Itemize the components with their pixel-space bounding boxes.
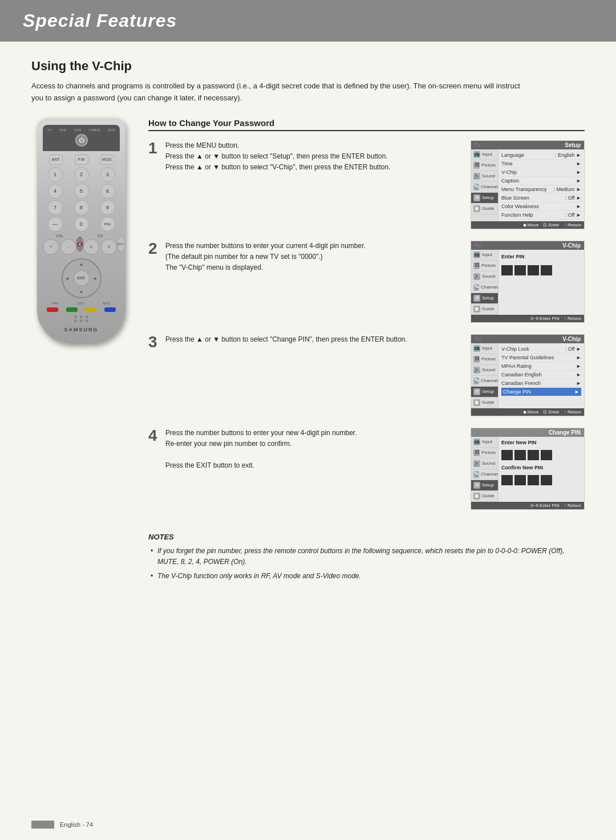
sidebar-input-2[interactable]: 📺Input <box>471 250 498 261</box>
btn-5[interactable]: 5 <box>74 184 89 198</box>
sidebar-input-1[interactable]: 📺Input <box>471 149 498 160</box>
menu-vchip: V-Chip► <box>501 168 581 177</box>
btn-2[interactable]: 2 <box>74 167 89 182</box>
btn-4[interactable]: 4 <box>48 184 63 198</box>
sidebar-input-3[interactable]: 📺Input <box>471 343 498 354</box>
sidebar-picture-2[interactable]: 🖼Picture <box>471 261 498 271</box>
ch-up-button[interactable]: ∧ <box>83 239 99 255</box>
mode-button[interactable]: MOD <box>100 155 114 165</box>
change-pin-screenshot: TV Change PIN 📺Input 🖼Picture 🔊Sound 📡Ch… <box>471 428 585 510</box>
remote-top: TV STB VCR CABLE DVD <box>43 125 120 151</box>
dpad: ▲ ▼ ◄ ► ENT <box>62 258 102 298</box>
antenna-button[interactable]: ANT <box>49 155 63 165</box>
sidebar-input-4[interactable]: 📺Input <box>471 437 498 448</box>
sidebar-channel-2[interactable]: 📡Channel <box>471 282 498 293</box>
yellow-button[interactable] <box>85 307 96 312</box>
sidebar-channel-1[interactable]: 📡Channel <box>471 182 498 193</box>
tv-label: TV <box>47 128 52 132</box>
new-pin-block-3 <box>528 450 539 460</box>
vchip-menu-footer: ◆ Move ⊡ Enter ↑ Return <box>471 408 584 416</box>
btn-dash[interactable]: — <box>48 217 63 232</box>
input-icon-4: 📺 <box>473 439 480 445</box>
dpad-up-icon[interactable]: ▲ <box>79 262 84 267</box>
step-3-left: 3 Press the ▲ or ▼ button to select "Cha… <box>148 334 461 350</box>
confirm-new-pin-label: Confirm New PIN <box>501 464 581 472</box>
channel-icon-3: 📡 <box>473 378 479 384</box>
step-2-screenshot: TV V-Chip 📺Input 🖼Picture 🔊Sound 📡Channe… <box>471 241 585 323</box>
sidebar-guide-3[interactable]: 📋Guide <box>471 397 498 408</box>
step-3-screenshot: TV V-Chip 📺Input 🖼Picture 🔊Sound 📡Channe… <box>471 334 585 416</box>
vchip-menu-items: V-Chip Lock: Off ► TV Parental Guideline… <box>499 343 584 408</box>
vol-up-button[interactable]: + <box>43 239 59 255</box>
channel-icon: 📡 <box>473 184 479 190</box>
indicator-dots <box>43 315 120 322</box>
intro-text: Access to channels and programs is contr… <box>31 80 533 104</box>
menu-bluescreen: Blue Screen: Off ► <box>501 194 581 202</box>
setup-icon: ⚙ <box>473 194 480 201</box>
dpad-right-icon[interactable]: ► <box>94 275 98 281</box>
btn-0[interactable]: 0 <box>74 217 89 232</box>
dpad-left-icon[interactable]: ◄ <box>65 275 70 281</box>
footer-pin-enter-4: 0~9 Enter PIN <box>530 503 559 508</box>
sidebar-picture-3[interactable]: 🖼Picture <box>471 354 498 365</box>
steps-container: How to Change Your Password 1 Press the … <box>148 118 585 586</box>
vcr-label: VCR <box>74 128 82 132</box>
step-2-block: 2 Press the number buttons to enter your… <box>148 241 585 323</box>
sidebar-sound-4[interactable]: 🔊Sound <box>471 458 498 469</box>
footer-enter: ⊡ Enter <box>543 222 559 228</box>
mute-button[interactable]: 🔇 <box>76 237 83 251</box>
sidebar-sound-1[interactable]: 🔊Sound <box>471 171 498 182</box>
sidebar-picture-1[interactable]: 🖼Picture <box>471 160 498 171</box>
sidebar-guide-4[interactable]: 📋Guide <box>471 491 498 502</box>
chlist-button[interactable]: LIST <box>77 302 84 305</box>
sidebar-sound-3[interactable]: 🔊Sound <box>471 365 498 376</box>
favch-button[interactable]: FAV <box>52 302 58 305</box>
menu-transparency: Menu Transparency: Medium ► <box>501 185 581 194</box>
step-1-screenshot: TV Setup 📺Input 🖼Picture 🔊Sound 📡Channel… <box>471 140 585 229</box>
green-button[interactable] <box>66 307 78 312</box>
guide-icon: 📋 <box>473 205 480 212</box>
pin-input-blocks <box>501 265 581 275</box>
vchip-pin-screenshot: TV V-Chip 📺Input 🖼Picture 🔊Sound 📡Channe… <box>471 241 585 323</box>
menu-caption: Caption► <box>501 177 581 185</box>
step-1-number: 1 <box>148 140 161 173</box>
remote-source-row: TV STB VCR CABLE DVD <box>47 128 115 132</box>
btn-prech[interactable]: PRE <box>100 217 115 232</box>
dpad-down-icon[interactable]: ▼ <box>79 290 84 295</box>
btn-6[interactable]: 6 <box>100 184 115 198</box>
ch-down-button[interactable]: ∨ <box>101 239 117 255</box>
btn-9[interactable]: 9 <box>100 200 115 215</box>
footer-return-3: ↑ Return <box>564 409 581 415</box>
sidebar-setup-3[interactable]: ⚙Setup <box>471 387 498 397</box>
enter-button[interactable]: ENT <box>74 270 90 286</box>
sidebar-sound-2[interactable]: 🔊Sound <box>471 271 498 282</box>
setup-menu-items: Language: English ► Time► V-Chip► Captio… <box>499 149 584 221</box>
sidebar-setup-4[interactable]: ⚙Setup <box>471 480 498 491</box>
menu-language: Language: English ► <box>501 151 581 160</box>
mts-button[interactable]: MTS <box>103 302 111 305</box>
cable-label: CABLE <box>89 128 100 132</box>
sidebar-picture-4[interactable]: 🖼Picture <box>471 448 498 458</box>
sidebar-guide-2[interactable]: 📋Guide <box>471 304 498 315</box>
source-button[interactable]: SRC <box>117 236 125 252</box>
ch-label: CH <box>97 234 103 238</box>
menu-change-pin[interactable]: Change PIN► <box>501 388 581 396</box>
change-pin-content: Enter New PIN Confirm New PIN <box>499 437 584 502</box>
sidebar-channel-3[interactable]: 📡Channel <box>471 376 498 387</box>
power-button[interactable] <box>75 134 88 147</box>
blue-button[interactable] <box>104 307 116 312</box>
vchip-menu-body: 📺Input 🖼Picture 🔊Sound 📡Channel ⚙Setup 📋… <box>471 343 584 408</box>
sidebar-setup-2[interactable]: ⚙Setup <box>471 293 498 304</box>
main-content: Using the V-Chip Access to channels and … <box>0 42 616 602</box>
btn-7[interactable]: 7 <box>48 200 63 215</box>
pmode-button[interactable]: P.M <box>75 155 88 165</box>
sidebar-guide-1[interactable]: 📋Guide <box>471 204 498 214</box>
btn-8[interactable]: 8 <box>74 200 89 215</box>
btn-1[interactable]: 1 <box>48 167 63 182</box>
sidebar-setup-1[interactable]: ⚙Setup <box>471 193 498 204</box>
page-footer: English - 74 <box>31 821 93 829</box>
red-button[interactable] <box>47 307 58 312</box>
sidebar-channel-4[interactable]: 📡Channel <box>471 469 498 480</box>
vol-down-button[interactable]: - <box>60 239 76 255</box>
btn-3[interactable]: 3 <box>100 167 115 182</box>
